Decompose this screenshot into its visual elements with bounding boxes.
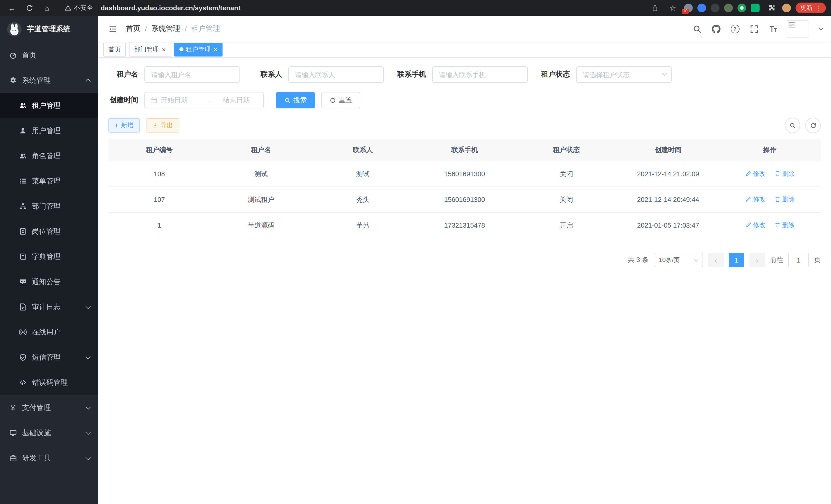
create-time-range-picker[interactable]: 开始日期 - 结束日期 xyxy=(144,92,264,109)
tenant-status-select[interactable] xyxy=(576,66,672,83)
table-row: 107 测试租户 秃头 15601691300 关闭 2021-12-14 20… xyxy=(109,187,821,212)
extension-icon[interactable]: 10 xyxy=(684,4,693,12)
sidebar-item-online-user[interactable]: 在线用户 xyxy=(0,320,98,345)
chevron-down-icon xyxy=(693,257,699,262)
sidebar-item-dept[interactable]: 部门管理 xyxy=(0,194,98,219)
sidebar-item-sms[interactable]: 短信管理 xyxy=(0,345,98,370)
reset-button[interactable]: 重置 xyxy=(321,92,360,109)
sidebar-item-dict[interactable]: 字典管理 xyxy=(0,244,98,269)
prev-page-button[interactable]: ‹ xyxy=(708,253,724,267)
warning-icon xyxy=(65,5,71,11)
sidebar-item-notice[interactable]: 通知公告 xyxy=(0,269,98,294)
chevron-down-icon xyxy=(86,429,91,435)
share-icon[interactable] xyxy=(648,2,661,14)
back-icon[interactable]: ← xyxy=(5,2,19,14)
next-page-button[interactable]: › xyxy=(749,253,765,267)
close-icon[interactable]: × xyxy=(213,46,218,53)
delete-link[interactable]: 删除 xyxy=(774,221,795,230)
export-button[interactable]: 导出 xyxy=(146,118,179,132)
search-button[interactable]: 搜索 xyxy=(276,92,315,109)
sidebar-fold-icon[interactable] xyxy=(106,23,119,35)
close-icon[interactable]: × xyxy=(162,46,166,53)
add-button-label: 新增 xyxy=(121,121,133,130)
add-button[interactable]: + 新增 xyxy=(109,118,140,132)
sidebar-item-system[interactable]: 系统管理 xyxy=(0,68,98,93)
cell-id: 107 xyxy=(109,187,210,212)
extension-badge: 10 xyxy=(682,9,689,14)
sidebar-item-label: 研发工具 xyxy=(22,453,81,463)
goto-suffix: 页 xyxy=(814,255,821,265)
sidebar-item-home[interactable]: 首页 xyxy=(0,42,98,68)
sidebar-item-error-code[interactable]: 错误码管理 xyxy=(0,370,98,395)
reload-icon[interactable] xyxy=(23,2,36,14)
profile-avatar[interactable] xyxy=(782,4,791,12)
column-header-contact: 联系人 xyxy=(312,139,414,161)
address-bar[interactable]: 不安全 dashboard.yudao.iocoder.cn/system/te… xyxy=(65,4,644,12)
home-icon[interactable]: ⌂ xyxy=(40,2,53,14)
sidebar-item-devtools[interactable]: 研发工具 xyxy=(0,445,98,471)
fullscreen-icon[interactable] xyxy=(749,24,759,34)
extension-icon[interactable] xyxy=(711,4,719,12)
not-secure-chip[interactable]: 不安全 xyxy=(65,4,93,12)
cell-id: 108 xyxy=(109,161,210,187)
sidebar-item-payment[interactable]: ¥ 支付管理 xyxy=(0,395,98,420)
font-size-icon[interactable] xyxy=(768,24,778,34)
extension-icon[interactable] xyxy=(751,4,760,12)
refresh-table-button[interactable] xyxy=(805,118,821,133)
edit-link[interactable]: 修改 xyxy=(745,170,765,178)
breadcrumb-home[interactable]: 首页 xyxy=(126,24,140,33)
tab-home[interactable]: 首页 xyxy=(103,42,126,56)
extension-icon[interactable] xyxy=(724,4,733,12)
tab-tenant[interactable]: 租户管理 × xyxy=(174,42,223,56)
breadcrumb-system[interactable]: 系统管理 xyxy=(151,24,180,33)
help-icon[interactable]: ? xyxy=(730,24,740,34)
extension-icon[interactable] xyxy=(697,4,706,12)
sidebar-item-label: 岗位管理 xyxy=(32,227,90,236)
avatar[interactable] xyxy=(787,20,808,38)
menu-list-icon xyxy=(19,177,27,185)
refresh-icon xyxy=(810,122,816,129)
sidebar-item-tenant[interactable]: 租户管理 xyxy=(0,93,98,118)
sidebar-item-audit-log[interactable]: 审计日志 xyxy=(0,294,98,320)
sidebar-item-role[interactable]: 角色管理 xyxy=(0,143,98,169)
tab-dept[interactable]: 部门管理 × xyxy=(129,42,171,56)
search-icon[interactable] xyxy=(692,24,702,34)
chevron-down-icon xyxy=(86,404,91,410)
extensions-puzzle-icon[interactable] xyxy=(764,2,778,14)
create-time-label: 创建时间 xyxy=(109,95,138,105)
cell-phone: 17321315478 xyxy=(414,212,515,238)
toggle-search-button[interactable] xyxy=(785,118,800,133)
extension-icon[interactable] xyxy=(738,4,746,12)
tenant-table: 租户编号 租户名 联系人 联系手机 租户状态 创建时间 操作 108 测试 xyxy=(109,139,821,238)
contact-phone-input[interactable] xyxy=(432,66,528,83)
edit-link[interactable]: 修改 xyxy=(745,221,765,230)
cell-name: 测试租户 xyxy=(210,187,312,212)
update-button[interactable]: 更新 ⋮ xyxy=(796,3,826,13)
sidebar-item-infra[interactable]: 基础设施 xyxy=(0,420,98,445)
cell-id: 1 xyxy=(109,212,210,238)
tenant-name-input[interactable] xyxy=(144,66,240,83)
column-header-name: 租户名 xyxy=(210,139,312,161)
cell-actions: 修改 删除 xyxy=(719,161,821,187)
cell-name: 测试 xyxy=(210,161,312,187)
sidebar-item-user[interactable]: 用户管理 xyxy=(0,118,98,143)
delete-link[interactable]: 删除 xyxy=(774,195,795,204)
logo[interactable]: 芋道管理系统 xyxy=(0,16,98,42)
edit-link[interactable]: 修改 xyxy=(745,195,765,204)
bookmark-star-icon[interactable]: ☆ xyxy=(666,2,679,14)
delete-label: 删除 xyxy=(782,221,795,230)
cell-contact: 秃头 xyxy=(312,187,414,212)
trash-icon xyxy=(774,222,781,228)
page-1-button[interactable]: 1 xyxy=(729,253,744,267)
contact-input[interactable] xyxy=(288,66,384,83)
date-end-placeholder: 结束日期 xyxy=(214,95,258,105)
sidebar-item-menu[interactable]: 菜单管理 xyxy=(0,169,98,194)
delete-link[interactable]: 删除 xyxy=(774,170,795,178)
chevron-up-icon xyxy=(86,79,91,84)
avatar-caret-icon[interactable] xyxy=(819,25,824,31)
sidebar-item-post[interactable]: 岗位管理 xyxy=(0,219,98,244)
goto-page-input[interactable] xyxy=(789,253,809,267)
page-size-select[interactable]: 10条/页 xyxy=(654,253,703,267)
broken-image-icon xyxy=(789,21,796,29)
github-icon[interactable] xyxy=(711,24,721,34)
